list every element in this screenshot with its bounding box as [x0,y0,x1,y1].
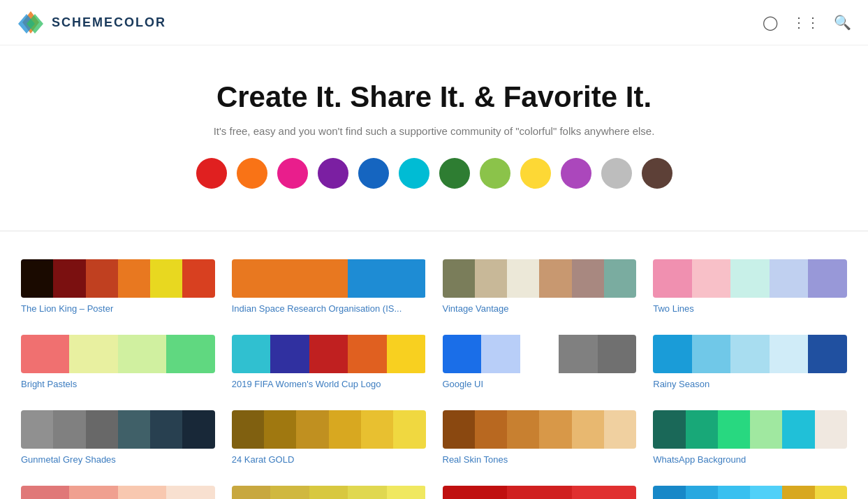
color-swatch [475,259,507,298]
partial-palette-card[interactable] [21,486,215,499]
color-swatch [520,335,559,373]
color-swatch [361,410,393,449]
color-swatch [182,259,214,298]
color-swatch [21,259,53,298]
lime-circle[interactable] [480,158,510,189]
palette-name: Vintage Vantage [443,303,637,314]
palette-swatches [443,410,637,449]
palette-name: The Lion King – Poster [21,303,215,314]
palette-swatches [443,259,637,298]
color-swatch [309,486,348,499]
color-swatch [686,486,718,499]
palette-name: Rainy Season [653,379,847,389]
color-swatch [653,335,692,373]
palette-name: Indian Space Research Organisation (IS..… [232,303,426,314]
palette-card[interactable]: Rainy Season [653,335,847,389]
color-swatch [572,259,604,298]
color-swatch [270,335,309,373]
violet-circle[interactable] [561,158,591,189]
color-swatch [559,335,598,373]
palette-grid: The Lion King – PosterIndian Space Resea… [0,252,868,486]
cyan-circle[interactable] [399,158,429,189]
color-swatch [443,486,508,499]
palette-card[interactable]: Two Lines [653,259,847,314]
hero-section: Create It. Share It. & Favorite It. It's… [0,45,868,210]
purple-circle[interactable] [318,158,348,189]
color-swatch [598,335,637,373]
color-swatch [539,410,571,449]
color-swatch [86,259,118,298]
color-swatch [481,335,520,373]
hero-title: Create It. Share It. & Favorite It. [14,80,854,114]
color-swatch [21,486,69,499]
partial-palette-card[interactable] [443,486,637,499]
palette-card[interactable]: 2019 FIFA Women's World Cup Logo [232,335,426,389]
logo-area[interactable]: SCHEMECOLOR [17,8,166,36]
palette-card[interactable]: Vintage Vantage [443,259,637,314]
color-swatch [150,410,182,449]
palette-name: Real Skin Tones [443,454,637,465]
color-swatch [182,410,214,449]
yellow-circle[interactable] [520,158,551,189]
user-icon[interactable]: ◯ [763,14,778,31]
palette-name: 2019 FIFA Women's World Cup Logo [232,379,426,389]
color-swatch [604,410,636,449]
color-swatch [69,335,117,373]
color-swatch [718,486,750,499]
color-swatch [808,335,847,373]
color-swatch [443,410,475,449]
hot-pink-circle[interactable] [277,158,308,189]
partial-palette-card[interactable] [653,486,847,499]
grey-circle[interactable] [601,158,632,189]
color-swatch [348,486,387,499]
color-swatch [53,259,85,298]
color-swatch [232,259,271,298]
color-swatch [653,259,692,298]
palette-card[interactable]: The Lion King – Poster [21,259,215,314]
color-swatch [387,259,426,298]
color-swatch [387,335,426,373]
color-swatch [348,259,387,298]
color-swatch [443,259,475,298]
brown-circle[interactable] [642,158,672,189]
palette-card[interactable]: WhatsApp Background [653,410,847,465]
search-icon[interactable]: 🔍 [834,14,851,31]
section-divider [0,231,868,231]
red-circle[interactable] [196,158,227,189]
hero-subtitle: It's free, easy and you won't find such … [14,125,854,137]
color-swatch [118,259,150,298]
color-swatch [730,259,770,298]
color-swatch [808,259,847,298]
palette-name: Bright Pastels [21,379,215,389]
orange-circle[interactable] [237,158,267,189]
partial-row [0,486,868,499]
palette-card[interactable]: Indian Space Research Organisation (IS..… [232,259,426,314]
color-swatch [782,410,814,449]
color-swatch [232,410,264,449]
palette-card[interactable]: Google UI [443,335,637,389]
color-swatch [718,410,750,449]
color-swatch [782,486,814,499]
palette-card[interactable]: 24 Karat GOLD [232,410,426,465]
color-swatch [539,259,571,298]
color-swatch [270,486,309,499]
palette-card[interactable]: Gunmetal Grey Shades [21,410,215,465]
palette-card[interactable]: Bright Pastels [21,335,215,389]
color-swatch [118,410,150,449]
color-swatch [507,410,539,449]
color-swatch [475,410,507,449]
color-swatch [166,486,214,499]
color-swatch [653,410,685,449]
green-circle[interactable] [439,158,470,189]
color-swatch [329,410,361,449]
color-swatch [572,410,604,449]
palette-card[interactable]: Real Skin Tones [443,410,637,465]
partial-palette-card[interactable] [232,486,426,499]
color-swatch [730,335,770,373]
color-swatch [387,486,426,499]
palette-swatches [232,259,426,298]
dark-blue-circle[interactable] [358,158,389,189]
grid-icon[interactable]: ⋮⋮ [792,14,820,31]
color-swatch [86,410,118,449]
palette-name: Gunmetal Grey Shades [21,454,215,465]
